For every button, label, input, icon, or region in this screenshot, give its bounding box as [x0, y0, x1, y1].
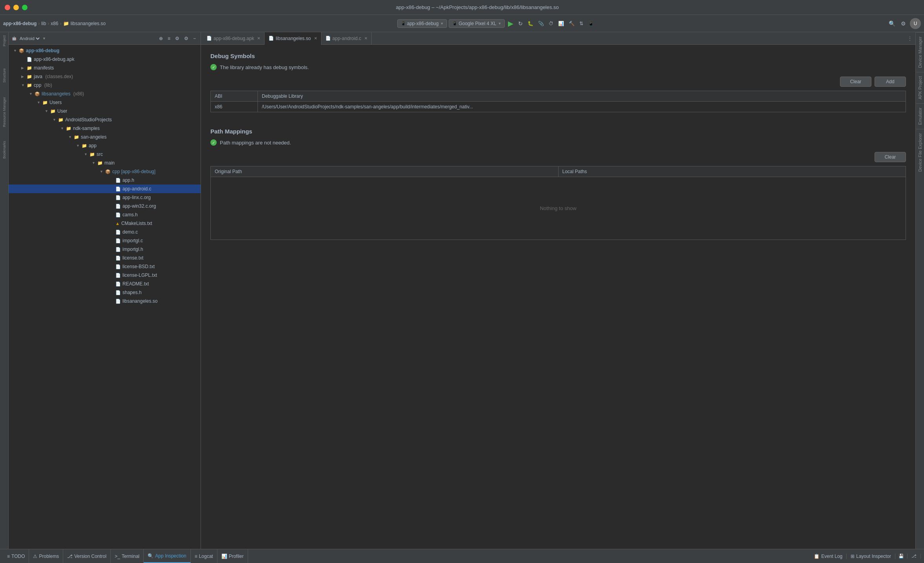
- bookmarks-tab[interactable]: Bookmarks: [1, 138, 8, 162]
- tree-item-root[interactable]: ▼ 📦 app-x86-debug: [9, 46, 201, 55]
- app-inspection-item[interactable]: 🔍 App Inspection: [144, 549, 190, 563]
- attach-button[interactable]: 📎: [537, 19, 546, 28]
- profiler-item[interactable]: 📊 Profiler: [217, 549, 248, 563]
- breadcrumb-sep-2: ›: [47, 21, 49, 26]
- profiler-button[interactable]: ⏱: [547, 19, 555, 28]
- tab-app-android-close[interactable]: ✕: [364, 36, 367, 40]
- problems-item[interactable]: ⚠ Problems: [29, 549, 63, 563]
- tree-label: san-angeles: [81, 134, 106, 140]
- tree-item-apk[interactable]: 📄 app-x86-debug.apk: [9, 55, 201, 64]
- path-mappings-status: ✓ Path mappings are not needed.: [210, 139, 906, 146]
- tree-item-app[interactable]: ▼ 📁 app: [9, 141, 201, 150]
- filter-button[interactable]: ⚙: [173, 35, 181, 42]
- structure-tab[interactable]: Structure: [1, 65, 8, 86]
- terminal-item[interactable]: >_ Terminal: [111, 549, 144, 563]
- debug-symbols-table: ABI Debuggable Library x86 /Users/User/A…: [210, 91, 906, 112]
- tab-app-android[interactable]: 📄 app-android.c ✕: [321, 32, 372, 45]
- fullscreen-button[interactable]: [22, 5, 27, 10]
- tree-item-cpp[interactable]: ▼ 📁 cpp (lib): [9, 81, 201, 90]
- profiler-icon: 📊: [221, 554, 227, 559]
- tree-item-androidstudioprojects[interactable]: ▼ 📁 AndroidStudioProjects: [9, 115, 201, 124]
- tree-arrow: ▼: [60, 126, 66, 130]
- minimize-button[interactable]: [13, 5, 19, 10]
- tree-item-license[interactable]: 📄 license.txt: [9, 254, 201, 262]
- tab-apk[interactable]: 📄 app-x86-debug.apk ✕: [203, 32, 265, 45]
- close-button[interactable]: [5, 5, 10, 10]
- table-row[interactable]: x86 /Users/User/AndroidStudioProjects/nd…: [211, 102, 906, 112]
- cpp-file-icon: 📄: [115, 290, 121, 295]
- tree-item-app-linx[interactable]: 📄 app-linx.c.org: [9, 193, 201, 202]
- panel-settings-button[interactable]: ⚙: [183, 35, 190, 42]
- emulator-selector[interactable]: 📱 Google Pixel 4 XL ▼: [449, 19, 505, 28]
- collapse-button[interactable]: ≡: [166, 35, 172, 42]
- tree-label: cpp [app-x86-debug]: [112, 169, 155, 174]
- module-icon: 📦: [105, 169, 111, 174]
- sync-button[interactable]: ⇅: [578, 19, 585, 28]
- tabs-more-button[interactable]: ⋮: [908, 36, 912, 41]
- tab-libsanangeles[interactable]: 📄 libsanangeles.so ✕: [265, 32, 321, 45]
- logcat-item[interactable]: ≡ Logcat: [191, 549, 217, 563]
- tree-item-demo-c[interactable]: 📄 demo.c: [9, 228, 201, 236]
- event-log-item[interactable]: 📋 Event Log: [810, 554, 847, 559]
- breadcrumb-x86[interactable]: x86: [51, 21, 58, 26]
- coverage-button[interactable]: 📊: [557, 19, 566, 28]
- path-mappings-clear-button[interactable]: Clear: [875, 152, 906, 162]
- tree-item-src[interactable]: ▼ 📁 src: [9, 150, 201, 159]
- tree-item-main[interactable]: ▼ 📁 main: [9, 159, 201, 167]
- search-button[interactable]: 🔍: [887, 19, 897, 28]
- locate-button[interactable]: ⊕: [157, 35, 164, 42]
- settings-button[interactable]: ⚙: [899, 19, 908, 28]
- tree-item-cams-h[interactable]: 📄 cams.h: [9, 210, 201, 219]
- tree-item-libsanangeles-so[interactable]: 📄 libsanangeles.so: [9, 297, 201, 305]
- git-branch[interactable]: ⎇: [908, 554, 921, 559]
- tree-item-san-angeles[interactable]: ▼ 📁 san-angeles: [9, 133, 201, 141]
- resource-manager-tab[interactable]: Resource Manager: [1, 94, 8, 130]
- clear-button[interactable]: Clear: [840, 77, 871, 87]
- tree-item-importgl-c[interactable]: 📄 importgl.c: [9, 236, 201, 245]
- version-control-item[interactable]: ⎇ Version Control: [63, 549, 111, 563]
- tree-item-cmakelists[interactable]: ▲ CMakeLists.txt: [9, 219, 201, 228]
- tree-item-app-win32[interactable]: 📄 app-win32.c.org: [9, 202, 201, 210]
- title-bar: app-x86-debug – ~/ApkProjects/app-x86-de…: [0, 0, 924, 15]
- avd-button[interactable]: 📱: [586, 19, 595, 28]
- tree-item-app-h[interactable]: 📄 app.h: [9, 176, 201, 185]
- user-avatar[interactable]: U: [910, 18, 921, 29]
- layout-inspector-item[interactable]: ⊞ Layout Inspector: [847, 554, 895, 559]
- debug-button[interactable]: 🐛: [526, 19, 535, 28]
- refresh-button[interactable]: ↻: [517, 19, 524, 28]
- tree-item-license-lgpl[interactable]: 📄 license-LGPL.txt: [9, 271, 201, 280]
- tab-app-android-label: app-android.c: [332, 36, 361, 41]
- tree-arrow: ▶: [21, 75, 27, 79]
- apk-project-tab[interactable]: APK Project: [916, 72, 924, 103]
- device-manager-tab[interactable]: Device Manager: [916, 32, 924, 72]
- tree-item-app-android[interactable]: 📄 app-android.c: [9, 185, 201, 193]
- tree-item-readme[interactable]: 📄 README.txt: [9, 280, 201, 288]
- todo-item[interactable]: ≡ TODO: [3, 549, 29, 563]
- breadcrumb-file[interactable]: 📁libsanangeles.so: [63, 21, 106, 26]
- tree-item-shapes-h[interactable]: 📄 shapes.h: [9, 288, 201, 297]
- project-name[interactable]: app-x86-debug: [3, 21, 37, 26]
- panel-hide-button[interactable]: −: [192, 35, 197, 42]
- emulator-tab[interactable]: Emulator: [916, 103, 924, 129]
- tree-item-user[interactable]: ▼ 📁 User: [9, 107, 201, 115]
- panel-type-selector[interactable]: Android: [18, 36, 41, 41]
- tree-item-java[interactable]: ▶ 📁 java (classes.dex): [9, 72, 201, 81]
- tree-item-libsanangeles[interactable]: ▼ 📦 libsanangeles (x86): [9, 90, 201, 98]
- tree-item-manifests[interactable]: ▶ 📁 manifests: [9, 64, 201, 72]
- tab-libsanangeles-close[interactable]: ✕: [314, 36, 317, 40]
- tree-item-users[interactable]: ▼ 📁 Users: [9, 98, 201, 107]
- tree-label: main: [104, 160, 115, 166]
- device-selector[interactable]: 📱 app-x86-debug ▼: [397, 19, 447, 28]
- build-button[interactable]: 🔨: [567, 19, 576, 28]
- project-tab[interactable]: Project: [1, 32, 8, 49]
- add-button[interactable]: Add: [875, 77, 906, 87]
- tree-item-cpp-module[interactable]: ▼ 📦 cpp [app-x86-debug]: [9, 167, 201, 176]
- run-button[interactable]: ▶: [506, 18, 515, 29]
- tree-item-importgl-h[interactable]: 📄 importgl.h: [9, 245, 201, 254]
- cpp-file-icon: 📄: [115, 212, 121, 218]
- device-file-explorer-tab[interactable]: Device File Explorer: [916, 129, 924, 175]
- tree-item-ndk-samples[interactable]: ▼ 📁 ndk-samples: [9, 124, 201, 133]
- tree-item-license-bsd[interactable]: 📄 license-BSD.txt: [9, 262, 201, 271]
- tab-apk-close[interactable]: ✕: [257, 36, 260, 40]
- breadcrumb-lib[interactable]: lib: [41, 21, 46, 26]
